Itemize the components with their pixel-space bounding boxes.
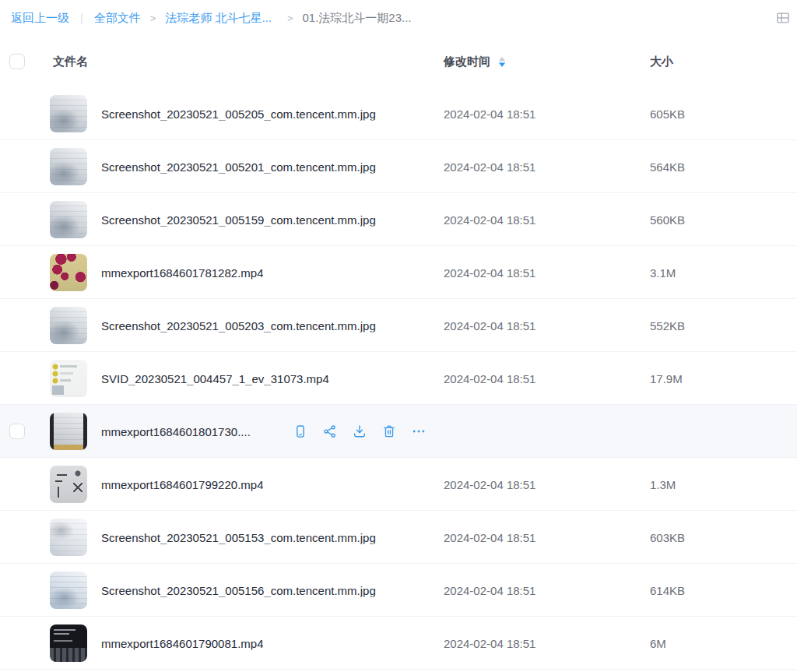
save-to-phone-button[interactable]: [293, 424, 308, 439]
file-row[interactable]: Screenshot_20230521_005205_com.tencent.m…: [0, 87, 797, 140]
file-modified-time: 2024-02-04 18:51: [444, 371, 535, 385]
breadcrumb-all-files[interactable]: 全部文件: [94, 11, 141, 26]
table-header: 文件名 修改时间 大小: [0, 36, 797, 87]
breadcrumb-pipe: |: [80, 12, 83, 24]
file-size: 552KB: [650, 318, 685, 332]
file-row[interactable]: mmexport1684601801730....: [0, 405, 797, 458]
file-row[interactable]: Screenshot_20230521_005156_com.tencent.m…: [0, 564, 797, 617]
file-thumbnail[interactable]: [50, 625, 87, 662]
file-row[interactable]: mmexport1684601781282.mp4: [0, 246, 797, 299]
chevron-right-icon: >: [150, 12, 156, 24]
file-row[interactable]: Screenshot_20230521_005201_com.tencent.m…: [0, 140, 797, 193]
file-thumbnail[interactable]: [50, 413, 87, 450]
file-name[interactable]: mmexport1684601781282.mp4: [101, 266, 263, 279]
file-size: 614KB: [650, 583, 685, 596]
breadcrumb-folder[interactable]: 法琮老师 北斗七星...: [165, 11, 272, 26]
file-thumbnail[interactable]: [50, 201, 87, 238]
file-size: 3.1M: [650, 266, 676, 279]
file-row[interactable]: SVID_20230521_004457_1_ev_31073.mp4: [0, 352, 797, 405]
row-checkbox[interactable]: [9, 424, 25, 439]
file-modified-time: 2024-02-04 18:51: [444, 477, 535, 491]
column-header-modified: 修改时间: [444, 55, 507, 69]
select-all-checkbox[interactable]: [9, 54, 25, 69]
file-name[interactable]: Screenshot_20230521_005159_com.tencent.m…: [101, 213, 376, 226]
more-icon: [411, 424, 427, 439]
file-name[interactable]: mmexport1684601790081.mp4: [101, 636, 263, 649]
file-thumbnail[interactable]: [50, 519, 87, 556]
chevron-right-icon: >: [287, 12, 293, 24]
file-thumbnail[interactable]: [50, 360, 87, 397]
breadcrumb: 返回上一级 | 全部文件 > 法琮老师 北斗七星... > 01.法琮北斗一期2…: [11, 11, 412, 26]
share-button[interactable]: [322, 424, 338, 439]
file-row[interactable]: Screenshot_20230521_005159_com.tencent.m…: [0, 193, 797, 246]
file-modified-time: 2024-02-04 18:51: [444, 318, 535, 332]
sort-arrows-icon: [497, 55, 507, 68]
column-header-modified-label: 修改时间: [444, 55, 490, 69]
file-name[interactable]: mmexport1684601801730....: [101, 424, 251, 438]
file-size: 603KB: [650, 530, 685, 544]
share-icon: [322, 424, 338, 439]
view-toggle-button[interactable]: [774, 9, 792, 27]
file-name[interactable]: Screenshot_20230521_005156_com.tencent.m…: [101, 583, 376, 596]
file-row[interactable]: Screenshot_20230521_005203_com.tencent.m…: [0, 299, 797, 352]
file-modified-time: 2024-02-04 18:51: [444, 107, 535, 120]
row-actions: [293, 424, 427, 439]
file-modified-time: 2024-02-04 18:51: [444, 530, 535, 544]
file-name[interactable]: mmexport1684601799220.mp4: [101, 477, 263, 491]
download-icon: [352, 424, 367, 439]
breadcrumb-bar: 返回上一级 | 全部文件 > 法琮老师 北斗七星... > 01.法琮北斗一期2…: [0, 0, 797, 36]
file-thumbnail[interactable]: [50, 466, 87, 503]
file-size: 1.3M: [650, 477, 676, 491]
file-name[interactable]: Screenshot_20230521_005205_com.tencent.m…: [101, 107, 376, 120]
column-header-size: 大小: [650, 55, 673, 69]
file-thumbnail[interactable]: [50, 148, 87, 185]
phone-icon: [293, 424, 308, 439]
file-size: 605KB: [650, 107, 685, 120]
file-manager: 返回上一级 | 全部文件 > 法琮老师 北斗七星... > 01.法琮北斗一期2…: [0, 0, 797, 672]
file-name[interactable]: Screenshot_20230521_005153_com.tencent.m…: [101, 530, 376, 544]
file-size: 17.9M: [650, 371, 683, 385]
file-list: Screenshot_20230521_005205_com.tencent.m…: [0, 87, 797, 670]
file-thumbnail[interactable]: [50, 572, 87, 609]
file-thumbnail[interactable]: [50, 307, 87, 344]
file-modified-time: 2024-02-04 18:51: [444, 583, 535, 596]
file-size: 564KB: [650, 160, 685, 173]
sort-button[interactable]: [497, 55, 507, 68]
file-row[interactable]: mmexport1684601790081.mp4: [0, 617, 797, 670]
file-thumbnail[interactable]: [50, 254, 87, 291]
column-header-filename: 文件名: [53, 55, 88, 69]
file-modified-time: 2024-02-04 18:51: [444, 160, 535, 173]
file-name[interactable]: SVID_20230521_004457_1_ev_31073.mp4: [101, 371, 329, 385]
file-thumbnail[interactable]: [50, 95, 87, 132]
file-size: 560KB: [650, 213, 685, 226]
trash-icon: [381, 424, 397, 439]
file-modified-time: 2024-02-04 18:51: [444, 636, 535, 649]
file-row[interactable]: Screenshot_20230521_005153_com.tencent.m…: [0, 511, 797, 564]
file-name[interactable]: Screenshot_20230521_005201_com.tencent.m…: [101, 160, 376, 173]
file-name[interactable]: Screenshot_20230521_005203_com.tencent.m…: [101, 318, 376, 332]
download-button[interactable]: [352, 424, 367, 439]
delete-button[interactable]: [381, 424, 397, 439]
file-size: 6M: [650, 636, 666, 649]
file-modified-time: 2024-02-04 18:51: [444, 213, 535, 226]
more-actions-button[interactable]: [411, 424, 427, 439]
grid-view-icon: [775, 10, 791, 26]
file-modified-time: 2024-02-04 18:51: [444, 266, 535, 279]
back-to-parent-link[interactable]: 返回上一级: [11, 11, 69, 26]
breadcrumb-current: 01.法琮北斗一期23...: [303, 11, 412, 26]
file-row[interactable]: mmexport1684601799220.mp4: [0, 458, 797, 511]
